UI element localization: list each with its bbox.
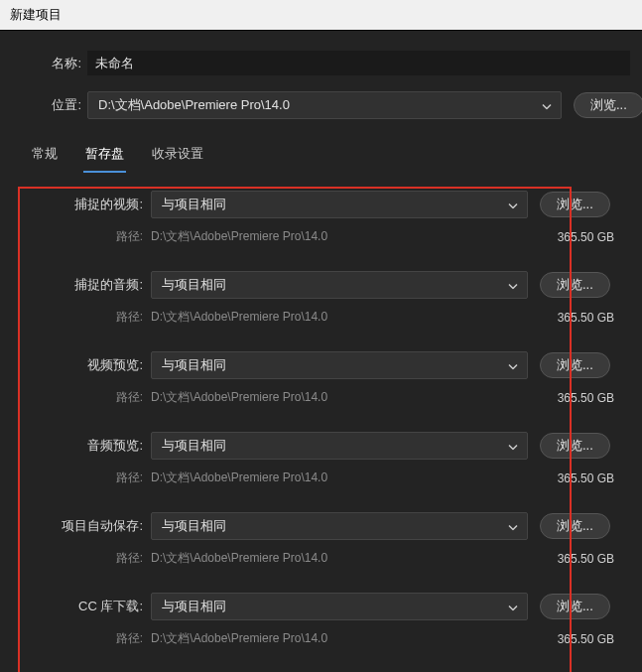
path-label: 路径:	[0, 309, 151, 326]
scratch-item: 视频预览:与项目相同浏览...路径:D:\文档\Adobe\Premiere P…	[0, 347, 642, 428]
path-value: D:\文档\Adobe\Premiere Pro\14.0	[151, 630, 528, 647]
path-label: 路径:	[0, 630, 151, 647]
path-row: 路径:D:\文档\Adobe\Premiere Pro\14.0365.50 G…	[0, 470, 642, 486]
scratch-label: 项目自动保存:	[0, 517, 151, 535]
scratch-row: 捕捉的视频:与项目相同浏览...	[0, 191, 642, 218]
path-row: 路径:D:\文档\Adobe\Premiere Pro\14.0365.50 G…	[0, 550, 642, 567]
dialog-content: 名称: 位置: D:\文档\Adobe\Premiere Pro\14.0 浏览…	[0, 31, 642, 672]
path-label: 路径:	[0, 550, 151, 567]
browse-button[interactable]: 浏览...	[540, 192, 610, 217]
scratch-select[interactable]: 与项目相同	[151, 512, 528, 540]
path-label: 路径:	[0, 228, 151, 245]
location-label: 位置:	[0, 96, 87, 114]
disk-size: 365.50 GB	[540, 311, 614, 325]
disk-size: 365.50 GB	[540, 552, 614, 566]
disk-size: 365.50 GB	[540, 230, 614, 244]
scratch-section: 捕捉的视频:与项目相同浏览...路径:D:\文档\Adobe\Premiere …	[0, 187, 642, 672]
tab-scratch[interactable]: 暂存盘	[83, 141, 126, 173]
path-row: 路径:D:\文档\Adobe\Premiere Pro\14.0365.50 G…	[0, 228, 642, 245]
scratch-label: CC 库下载:	[0, 598, 151, 615]
scratch-item: 捕捉的视频:与项目相同浏览...路径:D:\文档\Adobe\Premiere …	[0, 187, 642, 267]
scratch-row: 音频预览:与项目相同浏览...	[0, 432, 642, 460]
location-browse-button[interactable]: 浏览...	[574, 92, 642, 118]
scratch-item: 项目自动保存:与项目相同浏览...路径:D:\文档\Adobe\Premiere…	[0, 508, 642, 589]
window-title-bar: 新建项目	[0, 0, 642, 31]
path-value: D:\文档\Adobe\Premiere Pro\14.0	[151, 228, 528, 245]
path-label: 路径:	[0, 389, 151, 406]
window-title: 新建项目	[10, 7, 62, 22]
scratch-row: 项目自动保存:与项目相同浏览...	[0, 512, 642, 540]
path-label: 路径:	[0, 470, 151, 486]
scratch-label: 视频预览:	[0, 356, 151, 374]
path-value: D:\文档\Adobe\Premiere Pro\14.0	[151, 309, 528, 326]
scratch-select[interactable]: 与项目相同	[151, 271, 528, 299]
name-row: 名称:	[0, 47, 642, 79]
path-value: D:\文档\Adobe\Premiere Pro\14.0	[151, 389, 528, 406]
tabs: 常规 暂存盘 收录设置	[0, 131, 642, 173]
browse-button[interactable]: 浏览...	[540, 513, 610, 539]
path-row: 路径:D:\文档\Adobe\Premiere Pro\14.0365.50 G…	[0, 309, 642, 326]
path-value: D:\文档\Adobe\Premiere Pro\14.0	[151, 550, 528, 567]
path-row: 路径:D:\文档\Adobe\Premiere Pro\14.0365.50 G…	[0, 630, 642, 647]
scratch-select[interactable]: 与项目相同	[151, 351, 528, 379]
scratch-select[interactable]: 与项目相同	[151, 593, 528, 620]
location-row: 位置: D:\文档\Adobe\Premiere Pro\14.0 浏览...	[0, 87, 642, 123]
scratch-select[interactable]: 与项目相同	[151, 432, 528, 460]
name-label: 名称:	[0, 55, 87, 72]
browse-button[interactable]: 浏览...	[540, 594, 610, 619]
disk-size: 365.50 GB	[540, 391, 614, 405]
scratch-label: 捕捉的视频:	[0, 196, 151, 213]
browse-button[interactable]: 浏览...	[540, 272, 610, 298]
scratch-item: 音频预览:与项目相同浏览...路径:D:\文档\Adobe\Premiere P…	[0, 428, 642, 508]
disk-size: 365.50 GB	[540, 471, 614, 485]
name-input[interactable]	[87, 51, 630, 75]
path-row: 路径:D:\文档\Adobe\Premiere Pro\14.0365.50 G…	[0, 389, 642, 406]
scratch-item: CC 库下载:与项目相同浏览...路径:D:\文档\Adobe\Premiere…	[0, 589, 642, 669]
scratch-label: 音频预览:	[0, 437, 151, 455]
tab-ingest[interactable]: 收录设置	[150, 141, 205, 173]
location-select[interactable]: D:\文档\Adobe\Premiere Pro\14.0	[87, 91, 562, 119]
scratch-row: 视频预览:与项目相同浏览...	[0, 351, 642, 379]
scratch-label: 捕捉的音频:	[0, 276, 151, 294]
browse-button[interactable]: 浏览...	[540, 433, 610, 459]
scratch-item: 捕捉的音频:与项目相同浏览...路径:D:\文档\Adobe\Premiere …	[0, 267, 642, 347]
scratch-select[interactable]: 与项目相同	[151, 191, 528, 218]
scratch-row: 捕捉的音频:与项目相同浏览...	[0, 271, 642, 299]
browse-button[interactable]: 浏览...	[540, 352, 610, 378]
path-value: D:\文档\Adobe\Premiere Pro\14.0	[151, 470, 528, 486]
tab-general[interactable]: 常规	[30, 141, 60, 173]
disk-size: 365.50 GB	[540, 632, 614, 646]
scratch-row: CC 库下载:与项目相同浏览...	[0, 593, 642, 620]
